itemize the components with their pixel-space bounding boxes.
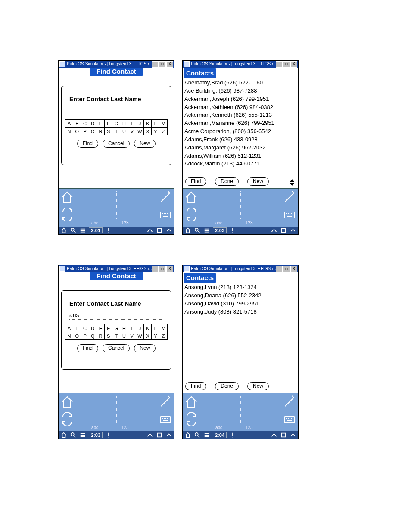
- rotate-icon[interactable]: [280, 227, 287, 234]
- list-item[interactable]: Ace Building, (626) 987-7288: [184, 87, 296, 95]
- kbd-key[interactable]: B: [73, 324, 81, 332]
- expand-icon[interactable]: [165, 432, 172, 439]
- list-item[interactable]: Ackerman,Joseph (626) 799-2951: [184, 95, 296, 103]
- scroll-up-icon[interactable]: [290, 179, 295, 182]
- kbd-key[interactable]: M: [159, 120, 168, 128]
- pen-icon[interactable]: [282, 190, 297, 205]
- kbd-key[interactable]: M: [159, 324, 168, 332]
- kbd-key[interactable]: T: [112, 332, 120, 340]
- find-button[interactable]: Find: [185, 177, 206, 186]
- kbd-key[interactable]: B: [73, 120, 81, 128]
- kbd-key[interactable]: Q: [89, 128, 97, 135]
- kbd-key[interactable]: I: [128, 120, 136, 128]
- list-item[interactable]: Adams,Frank (626) 433-0928: [184, 136, 296, 144]
- find-button[interactable]: Find: [185, 382, 206, 390]
- graffiti-panel[interactable]: abc 123: [183, 188, 298, 227]
- pen-icon[interactable]: [282, 394, 297, 410]
- kbd-key[interactable]: N: [65, 128, 73, 135]
- alert-icon[interactable]: [105, 227, 112, 234]
- kbd-key[interactable]: R: [97, 128, 104, 135]
- search-status-icon[interactable]: [70, 227, 77, 234]
- list-item[interactable]: Acme Corporation, (800) 356-6542: [184, 128, 296, 136]
- kbd-key[interactable]: F: [105, 324, 112, 332]
- list-item[interactable]: Ackerman,Marianne (626) 799-2951: [184, 119, 296, 128]
- home-icon[interactable]: [184, 394, 199, 410]
- kbd-key[interactable]: W: [136, 332, 144, 340]
- keyboard-icon[interactable]: [282, 207, 297, 222]
- cancel-button[interactable]: Cancel: [103, 344, 130, 352]
- list-item[interactable]: Ackerman,Kathleen (626) 984-0382: [184, 103, 296, 112]
- menu-status-icon[interactable]: [79, 432, 86, 439]
- kbd-key[interactable]: H: [120, 324, 128, 332]
- new-button[interactable]: New: [134, 140, 156, 148]
- kbd-key[interactable]: V: [128, 128, 136, 135]
- minimize-button[interactable]: _: [152, 61, 159, 68]
- kbd-key[interactable]: J: [136, 120, 144, 128]
- kbd-key[interactable]: G: [112, 120, 120, 128]
- graffiti-panel[interactable]: abc 123: [59, 393, 174, 431]
- new-button[interactable]: New: [134, 344, 156, 352]
- rotate-icon[interactable]: [280, 432, 287, 439]
- rotate-icon[interactable]: [156, 432, 163, 439]
- list-item[interactable]: Abernathy,Brad (626) 522-1160: [184, 79, 296, 87]
- close-button[interactable]: X: [166, 266, 173, 272]
- kbd-key[interactable]: A: [65, 324, 73, 332]
- list-item[interactable]: Ackerman,Kenneth (626) 555-1213: [184, 111, 296, 119]
- alert-icon[interactable]: [229, 432, 236, 439]
- kbd-key[interactable]: P: [81, 332, 89, 340]
- kbd-key[interactable]: H: [120, 120, 128, 128]
- kbd-key[interactable]: S: [105, 128, 112, 135]
- search-status-icon[interactable]: [70, 432, 77, 439]
- menu-status-icon[interactable]: [79, 227, 86, 234]
- new-button[interactable]: New: [247, 382, 269, 390]
- kbd-key[interactable]: U: [120, 128, 128, 135]
- maximize-button[interactable]: □: [159, 61, 166, 68]
- list-item[interactable]: Adcock,Martin (213) 449-0771: [184, 160, 296, 168]
- rotate-icon[interactable]: [156, 227, 163, 234]
- home-icon[interactable]: [59, 190, 75, 205]
- expand-icon[interactable]: [165, 227, 172, 234]
- list-item[interactable]: Adams,William (626) 512-1231: [184, 152, 296, 160]
- kbd-key[interactable]: R: [97, 332, 104, 340]
- kbd-key[interactable]: E: [97, 120, 104, 128]
- list-item[interactable]: Ansong,Judy (808) 821-5718: [184, 308, 296, 316]
- home-status-icon[interactable]: [60, 432, 67, 439]
- kbd-key[interactable]: A: [65, 120, 73, 128]
- expand-icon[interactable]: [290, 227, 296, 234]
- window-titlebar[interactable]: Palm OS Simulator - [TungstenT3_EFIGS.r……: [183, 265, 298, 272]
- kbd-key[interactable]: G: [112, 324, 120, 332]
- keyboard-icon[interactable]: [158, 207, 173, 222]
- home-icon[interactable]: [59, 394, 75, 410]
- alert-icon[interactable]: [105, 432, 112, 439]
- maximize-button[interactable]: □: [159, 266, 166, 272]
- kbd-key[interactable]: Y: [152, 332, 159, 340]
- kbd-key[interactable]: Y: [152, 128, 159, 135]
- graffiti-toggle-icon[interactable]: [271, 227, 277, 234]
- graffiti-toggle-icon[interactable]: [271, 432, 277, 439]
- kbd-key[interactable]: P: [81, 128, 89, 135]
- kbd-key[interactable]: S: [105, 332, 112, 340]
- kbd-key[interactable]: N: [65, 332, 73, 340]
- list-item[interactable]: Ansong,David (310) 799-2951: [184, 300, 296, 308]
- scroll-down-icon[interactable]: [290, 183, 295, 186]
- kbd-key[interactable]: I: [128, 324, 136, 332]
- kbd-key[interactable]: J: [136, 324, 144, 332]
- sync-icon[interactable]: [59, 207, 75, 222]
- graffiti-panel[interactable]: abc 123: [59, 188, 174, 227]
- home-icon[interactable]: [184, 190, 199, 205]
- kbd-key[interactable]: U: [120, 332, 128, 340]
- close-button[interactable]: X: [166, 61, 173, 68]
- list-item[interactable]: Adams,Margaret (626) 962-2032: [184, 144, 296, 152]
- home-status-icon[interactable]: [184, 227, 191, 234]
- kbd-key[interactable]: K: [144, 120, 152, 128]
- graffiti-toggle-icon[interactable]: [146, 432, 153, 439]
- keyboard-icon[interactable]: [282, 411, 297, 427]
- window-titlebar[interactable]: Palm OS Simulator - [TungstenT3_EFIGS.r……: [183, 61, 298, 68]
- expand-icon[interactable]: [290, 432, 296, 439]
- kbd-key[interactable]: L: [152, 324, 159, 332]
- search-status-icon[interactable]: [194, 227, 201, 234]
- clock-label[interactable]: 2:01: [89, 227, 103, 233]
- minimize-button[interactable]: _: [276, 266, 283, 272]
- alert-icon[interactable]: [229, 227, 236, 234]
- minimize-button[interactable]: _: [152, 266, 159, 272]
